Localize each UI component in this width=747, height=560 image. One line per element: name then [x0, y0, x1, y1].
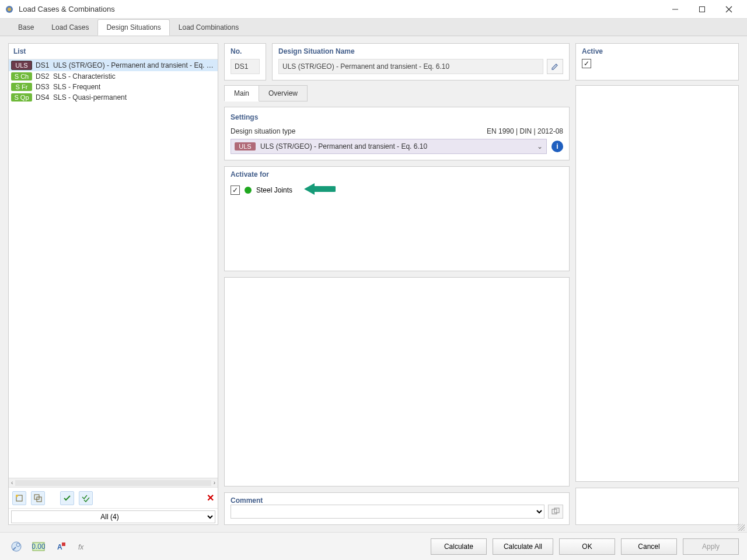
list-item-id: DS1 [36, 61, 53, 69]
settings-box: Settings Design situation type EN 1990 |… [224, 107, 570, 160]
tab-load-combinations[interactable]: Load Combinations [170, 19, 247, 36]
scroll-left-icon[interactable]: ‹ [11, 480, 13, 486]
svg-text:fx: fx [78, 543, 84, 551]
text-tool-button[interactable]: A [53, 538, 69, 555]
close-button[interactable] [715, 0, 742, 19]
cards-icon [551, 508, 560, 516]
details-header: No. DS1 Design Situation Name ULS (STR/G… [224, 43, 739, 80]
svg-text:A: A [57, 543, 62, 551]
no-field[interactable]: DS1 [231, 59, 260, 74]
list-item[interactable]: S Fr DS3 SLS - Frequent [9, 82, 218, 92]
active-box: Active [575, 43, 739, 80]
tab-base[interactable]: Base [9, 19, 43, 36]
titlebar: Load Cases & Combinations [0, 0, 747, 19]
help-button[interactable] [8, 538, 25, 555]
tab-design-situations[interactable]: Design Situations [97, 19, 169, 36]
name-box: Design Situation Name ULS (STR/GEO) - Pe… [272, 43, 570, 80]
list-item-tag: S Ch [11, 72, 32, 80]
list-item-name: SLS - Frequent [53, 83, 100, 91]
svg-rect-3 [700, 6, 705, 12]
activate-box: Activate for Steel Joints [224, 166, 570, 271]
delete-button[interactable]: ✕ [207, 492, 214, 503]
new-item-button[interactable] [12, 491, 26, 505]
scroll-right-icon[interactable]: › [214, 480, 215, 486]
copy-item-button[interactable] [31, 491, 45, 505]
top-tabstrip: Base Load Cases Design Situations Load C… [0, 19, 747, 36]
pencil-icon [551, 62, 559, 71]
check-some-button[interactable] [60, 491, 74, 505]
list-item-id: DS4 [36, 93, 53, 102]
list-item-id: DS3 [36, 83, 53, 91]
dialog-footer: 0.00 A fx Calculate Calculate All OK Can… [0, 532, 747, 560]
list-item-tag: S Qp [11, 93, 32, 102]
name-field[interactable]: ULS (STR/GEO) - Permanent and transient … [278, 59, 543, 74]
active-checkbox[interactable] [582, 59, 591, 68]
standard-label: EN 1990 | DIN | 2012-08 [487, 127, 563, 135]
comment-title: Comment [231, 496, 563, 505]
list-panel: List ULS DS1 ULS (STR/GEO) - Permanent a… [8, 43, 218, 525]
svg-point-7 [16, 495, 18, 497]
apply-button[interactable]: Apply [683, 538, 739, 555]
list-hscrollbar[interactable]: ‹ › [9, 478, 218, 487]
steel-joints-label: Steel Joints [256, 186, 292, 194]
situation-type-dropdown[interactable]: ULS ULS (STR/GEO) - Permanent and transi… [231, 139, 547, 154]
comment-input[interactable] [231, 505, 544, 519]
svg-rect-18 [62, 542, 65, 546]
ok-button[interactable]: OK [559, 538, 615, 555]
info-button[interactable]: i [551, 141, 563, 152]
list-item-name: ULS (STR/GEO) - Permanent and transient … [53, 61, 214, 69]
side-panel-lower [575, 488, 739, 525]
annotation-arrow-icon [303, 182, 336, 198]
list-body: ULS DS1 ULS (STR/GEO) - Permanent and tr… [9, 60, 218, 478]
name-label: Design Situation Name [278, 47, 563, 55]
chevron-down-icon: ⌄ [537, 142, 543, 150]
cancel-button[interactable]: Cancel [621, 538, 677, 555]
settings-title: Settings [231, 113, 563, 121]
dropdown-tag: ULS [235, 142, 256, 150]
list-filter: All (4) [9, 508, 218, 524]
edit-name-button[interactable] [547, 59, 563, 74]
calculate-button[interactable]: Calculate [431, 538, 487, 555]
list-item-name: SLS - Quasi-permanent [53, 93, 127, 102]
check-all-button[interactable] [79, 491, 93, 505]
window-title: Load Cases & Combinations [19, 5, 662, 13]
situation-type-label: Design situation type [231, 127, 295, 135]
list-item[interactable]: ULS DS1 ULS (STR/GEO) - Permanent and tr… [9, 60, 218, 71]
fx-button[interactable]: fx [75, 538, 91, 555]
svg-text:0.00: 0.00 [32, 542, 45, 551]
minimize-button[interactable] [662, 0, 689, 19]
inner-tabstrip: Main Overview [224, 85, 570, 102]
list-item[interactable]: S Qp DS4 SLS - Quasi-permanent [9, 92, 218, 103]
no-box: No. DS1 [224, 43, 266, 80]
status-dot-icon [245, 187, 252, 194]
comment-library-button[interactable] [548, 505, 563, 519]
active-label: Active [582, 47, 732, 55]
list-item-tag: ULS [11, 61, 32, 70]
maximize-button[interactable] [689, 0, 715, 19]
svg-point-1 [8, 8, 11, 11]
filter-select[interactable]: All (4) [11, 510, 215, 523]
list-item-name: SLS - Characteristic [53, 72, 116, 80]
list-item-id: DS2 [36, 72, 53, 80]
empty-panel [224, 277, 570, 487]
resize-grip[interactable] [738, 524, 745, 531]
no-label: No. [231, 47, 260, 55]
inner-tab-main[interactable]: Main [224, 85, 259, 102]
activate-title: Activate for [231, 170, 563, 178]
comment-box: Comment [224, 492, 570, 525]
dropdown-text: ULS (STR/GEO) - Permanent and transient … [260, 142, 427, 150]
side-panel-upper [575, 85, 739, 482]
units-button[interactable]: 0.00 [30, 538, 47, 555]
app-icon [5, 5, 14, 14]
tab-load-cases[interactable]: Load Cases [43, 19, 97, 36]
list-item-tag: S Fr [11, 83, 32, 91]
list-heading: List [9, 44, 218, 60]
list-toolbar: ✕ [9, 487, 218, 508]
inner-tab-overview[interactable]: Overview [259, 85, 308, 102]
calculate-all-button[interactable]: Calculate All [493, 538, 553, 555]
list-item[interactable]: S Ch DS2 SLS - Characteristic [9, 71, 218, 82]
steel-joints-checkbox[interactable] [231, 186, 240, 195]
